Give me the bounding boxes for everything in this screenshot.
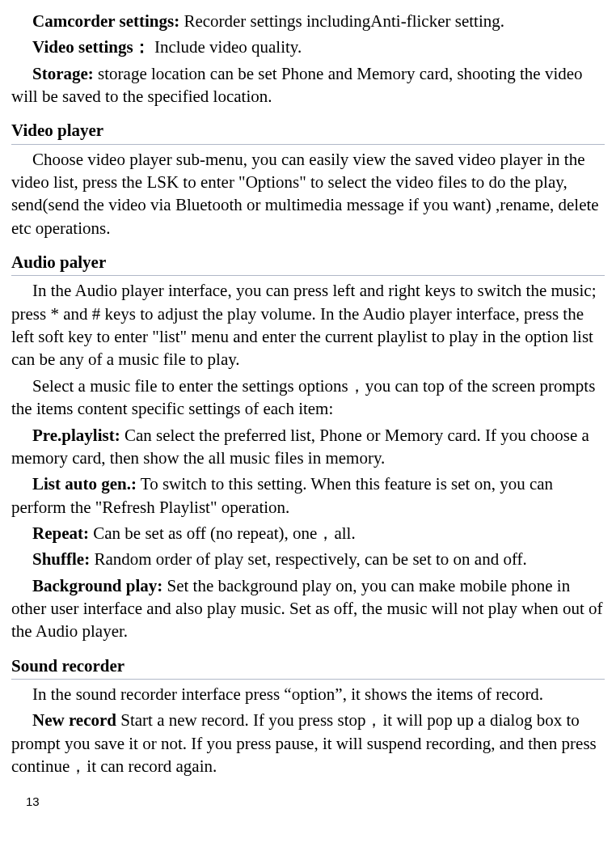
video-settings-label: Video settings： (32, 37, 150, 57)
new-record-label: New record (32, 710, 116, 730)
video-settings-text: Include video quality. (150, 37, 302, 57)
camcorder-settings-text: Recorder settings includingAnti-flicker … (179, 11, 504, 31)
background-play-para: Background play: Set the background play… (11, 574, 605, 643)
document-page: Camcorder settings: Recorder settings in… (0, 0, 616, 817)
camcorder-settings-label: Camcorder settings: (32, 11, 179, 31)
sound-recorder-paragraph: In the sound recorder interface press “o… (11, 683, 605, 705)
shuffle-label: Shuffle: (32, 549, 90, 569)
repeat-para: Repeat: Can be set as off (no repeat), o… (11, 522, 605, 544)
storage-para: Storage: storage location can be set Pho… (11, 62, 605, 108)
shuffle-text: Random order of play set, respectively, … (90, 549, 527, 569)
list-auto-gen-label: List auto gen.: (32, 474, 137, 494)
camcorder-settings-para: Camcorder settings: Recorder settings in… (11, 10, 605, 32)
page-number: 13 (11, 794, 605, 810)
audio-player-heading: Audio palyer (11, 251, 605, 276)
audio-player-paragraph-1: In the Audio player interface, you can p… (11, 279, 605, 371)
repeat-label: Repeat: (32, 523, 89, 543)
pre-playlist-label: Pre.playlist: (32, 426, 120, 445)
sound-recorder-heading: Sound recorder (11, 655, 605, 680)
storage-text: storage location can be set Phone and Me… (11, 64, 583, 106)
storage-label: Storage: (32, 64, 94, 83)
list-auto-gen-para: List auto gen.: To switch to this settin… (11, 472, 605, 519)
new-record-para: New record Start a new record. If you pr… (11, 709, 605, 777)
audio-player-paragraph-2: Select a music file to enter the setting… (11, 375, 605, 421)
repeat-text: Can be set as off (no repeat), one，all. (89, 523, 356, 543)
shuffle-para: Shuffle: Random order of play set, respe… (11, 548, 605, 570)
pre-playlist-para: Pre.playlist: Can select the preferred l… (11, 424, 605, 470)
video-player-paragraph: Choose video player sub-menu, you can ea… (11, 148, 605, 239)
video-settings-para: Video settings： Include video quality. (11, 36, 605, 58)
video-player-heading: Video player (11, 119, 605, 144)
background-play-label: Background play: (32, 576, 162, 595)
